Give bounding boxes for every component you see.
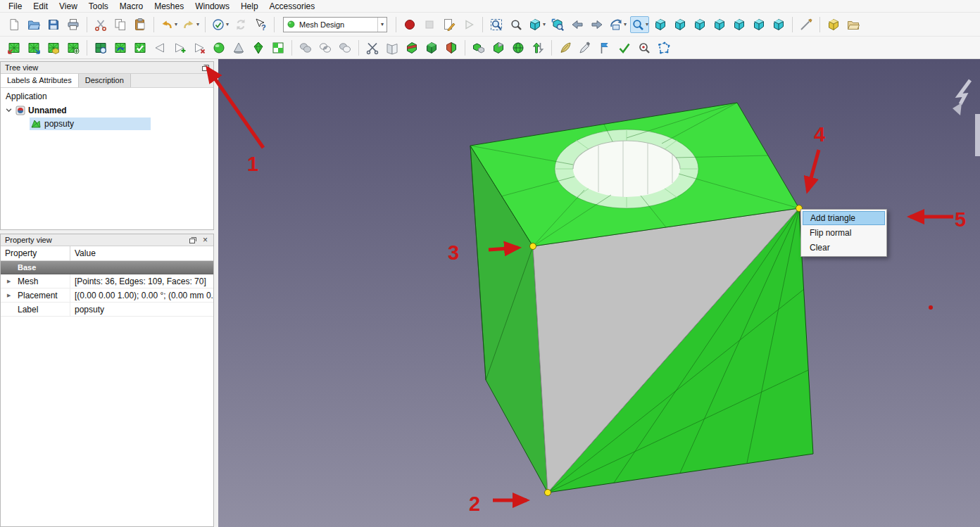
vertex-marker-bottom[interactable] [545,490,551,496]
mesh-split[interactable] [490,39,507,56]
mesh-vertex-color[interactable] [577,39,593,56]
std-redo[interactable]: ▾ [181,16,200,33]
chevron-down-icon[interactable]: ▾ [624,21,627,27]
viewport-canvas[interactable] [218,59,980,527]
close-icon[interactable]: × [200,236,211,245]
menu-meshes[interactable]: Meshes [149,1,189,12]
float-panel-icon[interactable] [187,236,198,245]
mesh-section[interactable] [423,39,440,56]
std-print[interactable] [65,16,82,33]
view-zoom-tool[interactable]: ▾ [630,16,649,33]
view-axonometric[interactable] [652,16,669,33]
mesh-validate[interactable] [616,39,633,56]
tab-description[interactable]: Description [79,74,131,87]
tab-labels-attributes[interactable]: Labels & Attributes [1,74,79,87]
mesh-boolean-intersection[interactable] [317,39,334,56]
chevron-down-icon[interactable]: ▾ [175,21,177,27]
tree-root-application[interactable]: Application [1,90,213,103]
std-new[interactable] [6,16,23,33]
property-row-label[interactable]: Labelpopsuty [1,303,213,317]
mesh-smooth-region[interactable] [557,39,574,56]
float-panel-icon[interactable] [200,63,211,72]
macro-edit[interactable] [441,16,458,33]
expander-icon[interactable]: ▶ [7,279,11,284]
mesh-cross-sections[interactable] [443,39,460,56]
mesh-export[interactable] [25,39,42,56]
create-part[interactable] [825,16,842,33]
mesh-annotation[interactable] [596,39,613,56]
mesh-merge[interactable] [470,39,487,56]
tree-item-mesh[interactable]: popsuty [1,117,213,130]
std-open[interactable] [25,16,42,33]
view-right[interactable] [711,16,728,33]
view-left[interactable] [770,16,787,33]
view-zoom-box[interactable] [549,16,566,33]
context-menu-item-add-triangle[interactable]: Add triangle [803,211,885,225]
menu-file[interactable]: File [3,1,27,12]
3d-viewport[interactable] [218,59,980,527]
property-group-base[interactable]: Base [1,261,213,274]
workbench-selector[interactable]: Mesh Design▾ [283,17,387,32]
menu-accessories[interactable]: Accessories [264,1,321,12]
std-cut[interactable] [92,16,109,33]
property-value[interactable]: [(0.00 0.00 1.00); 0.00 °; (0.00 mm 0... [70,288,213,302]
chevron-down-icon[interactable]: ▾ [543,21,546,27]
mesh-curvature-analyze[interactable] [92,39,109,56]
column-header-property[interactable]: Property [1,246,70,260]
std-copy[interactable] [112,16,129,33]
view-top[interactable] [691,16,708,33]
mesh-remove-components[interactable] [191,39,208,56]
mesh-add-triangle[interactable] [171,39,188,56]
std-edit-mode[interactable]: ▾ [211,16,230,33]
chevron-down-icon[interactable]: ▾ [646,21,648,27]
mesh-polygon-cut[interactable] [655,39,672,56]
column-header-value[interactable]: Value [70,246,213,260]
view-fit-all[interactable] [488,16,505,33]
expander-icon[interactable]: ▶ [7,293,11,298]
menu-edit[interactable]: Edit [27,1,54,12]
nav-back[interactable] [569,16,586,33]
property-value[interactable]: popsuty [70,303,213,316]
view-draw-style[interactable]: ▾ [527,16,546,33]
view-bottom[interactable] [750,16,767,33]
mesh-refine[interactable] [65,39,82,56]
property-row-placement[interactable]: ▶Placement[(0.00 0.00 1.00); 0.00 °; (0.… [1,288,213,303]
property-row-mesh[interactable]: ▶Mesh[Points: 36, Edges: 109, Faces: 70] [1,274,213,288]
menu-view[interactable]: View [54,1,83,12]
std-paste[interactable] [132,16,149,33]
vertex-marker-middle[interactable] [530,243,536,250]
mesh-regular-solid[interactable] [250,39,267,56]
property-value[interactable]: [Points: 36, Edges: 109, Faces: 70] [70,274,213,288]
menu-help[interactable]: Help [235,1,264,12]
mesh-boundary[interactable] [270,39,287,56]
mesh-inspect[interactable] [636,39,653,56]
std-whats-this[interactable]: ? [252,16,269,33]
mesh-trim[interactable] [384,39,401,56]
create-group[interactable] [845,16,862,33]
tree-selection-highlight[interactable]: popsuty [30,118,151,130]
chevron-down-icon[interactable]: ▾ [377,18,387,32]
menu-windows[interactable]: Windows [189,1,235,12]
std-save[interactable] [45,16,62,33]
mesh-from-shape[interactable] [45,39,62,56]
menu-tools[interactable]: Tools [83,1,114,12]
std-refresh[interactable] [232,16,249,33]
view-rear[interactable] [731,16,748,33]
menu-macro[interactable]: Macro [114,1,149,12]
view-front[interactable] [672,16,689,33]
mesh-boolean-union[interactable] [297,39,314,56]
mesh-cut[interactable] [364,39,381,56]
mesh-object[interactable] [470,103,813,496]
mesh-import[interactable] [6,39,23,56]
std-undo[interactable]: ▾ [159,16,178,33]
context-menu-item-flip-normal[interactable]: Flip normal [803,225,885,240]
mesh-flip-normals[interactable] [151,39,168,56]
macro-stop[interactable] [421,16,438,33]
mesh-harmonize-normals[interactable] [112,39,129,56]
macro-record[interactable] [401,16,418,33]
chevron-down-icon[interactable]: ▾ [196,21,199,27]
mesh-evaluate-repair[interactable] [132,39,149,56]
nav-forward[interactable] [589,16,605,33]
mesh-decimate[interactable] [230,39,247,56]
mesh-trim-by-plane[interactable] [403,39,420,56]
